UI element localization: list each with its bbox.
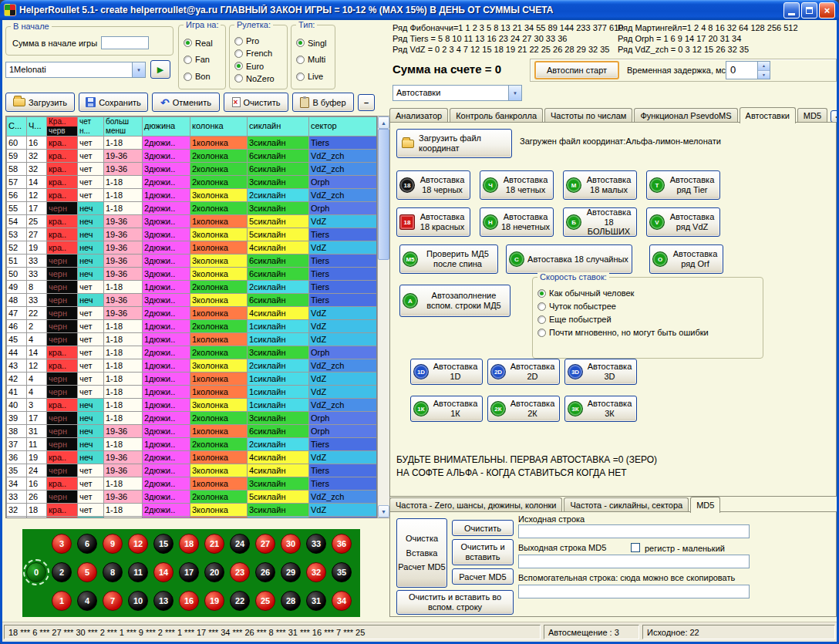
chevron-down-icon[interactable]: ▼ bbox=[132, 62, 145, 77]
roulette-number-8[interactable]: 8 bbox=[103, 562, 123, 582]
table-row[interactable]: 4833черннеч19-363дюжи..3колонка6сиклайнT… bbox=[7, 294, 377, 307]
clear-button[interactable]: Очистить bbox=[224, 93, 288, 112]
roulette-number-27[interactable]: 27 bbox=[255, 534, 275, 554]
tab-item[interactable]: Функционал PsevdoMS bbox=[634, 108, 737, 123]
radio-option[interactable]: Real bbox=[184, 39, 224, 48]
roulette-number-25[interactable]: 25 bbox=[255, 591, 275, 611]
output-string-input[interactable] bbox=[518, 555, 750, 568]
table-scrollbar[interactable]: ▲ ▼ bbox=[377, 116, 390, 518]
radio-option[interactable]: Как обычный человек bbox=[537, 288, 761, 298]
roulette-number-3[interactable]: 3 bbox=[52, 534, 72, 554]
table-row[interactable]: 6016кра..чет1-182дюжи..1колонка3сиклайнT… bbox=[7, 137, 377, 150]
roulette-number-13[interactable]: 13 bbox=[153, 591, 174, 611]
lowercase-checkbox[interactable] bbox=[631, 543, 640, 552]
table-row[interactable]: 4722чернчет19-362дюжи..1колонка4сиклайнV… bbox=[7, 307, 377, 320]
md5-calc-button[interactable]: Расчет MD5 bbox=[452, 568, 514, 585]
roulette-number-33[interactable]: 33 bbox=[306, 534, 326, 554]
autobet-18-low-button[interactable]: МАвтоставка 18 малых bbox=[563, 170, 637, 200]
play-button[interactable]: ▶ bbox=[150, 60, 170, 79]
roulette-number-26[interactable]: 26 bbox=[255, 562, 275, 582]
roulette-number-30[interactable]: 30 bbox=[281, 534, 301, 554]
table-row[interactable]: 5612кра..чет1-181дюжи..3колонка2сиклайнV… bbox=[7, 189, 377, 202]
roulette-number-20[interactable]: 20 bbox=[204, 562, 224, 582]
table-row[interactable]: 5714кра..чет1-182дюжи..2колонка3сиклайнO… bbox=[7, 176, 377, 189]
radio-option[interactable]: Почти мгновенно, но могут быть ошибки bbox=[537, 328, 761, 337]
radio-option[interactable]: Fan bbox=[184, 55, 224, 64]
roulette-number-19[interactable]: 19 bbox=[204, 591, 224, 611]
autobet-18-high-button[interactable]: БАвтоставка 18 БОЛЬШИХ bbox=[563, 207, 637, 237]
table-row[interactable]: 3524чернчет19-362дюжи..3колонка4сиклайнT… bbox=[7, 464, 377, 477]
table-row[interactable]: 5327кра..неч19-363дюжи..3колонка5сиклайн… bbox=[7, 228, 377, 241]
roulette-number-12[interactable]: 12 bbox=[128, 534, 148, 554]
autobet-1k-button[interactable]: 1КАвтоставка 1К bbox=[410, 396, 483, 422]
radio-option[interactable]: Singl bbox=[296, 39, 333, 48]
tab-item[interactable]: MD5 bbox=[797, 108, 827, 123]
roulette-number-14[interactable]: 14 bbox=[153, 562, 174, 582]
autobet-18-random-button[interactable]: САвтоставка 18 случайных bbox=[506, 244, 632, 274]
table-row[interactable]: 3218кра..чет1-182дюжи..3колонка3сиклайнV… bbox=[7, 504, 377, 517]
autobet-3d-button[interactable]: 3DАвтоставка 3D bbox=[564, 359, 637, 385]
profile-combobox[interactable]: 1Melonati ▼ bbox=[5, 62, 146, 78]
save-button[interactable]: Сохранить bbox=[79, 93, 148, 112]
table-row[interactable]: 311кра..неч1-181дюжи..1колонка1сиклайнOr… bbox=[7, 517, 377, 519]
autospin-start-button[interactable]: Автоспин старт bbox=[534, 61, 619, 79]
spinner-down-icon[interactable]: ▼ bbox=[758, 71, 770, 79]
table-row[interactable]: 5033черннеч19-363дюжи..3колонка6сиклайнT… bbox=[7, 268, 377, 281]
scrollbar-thumb[interactable] bbox=[378, 129, 389, 260]
table-row[interactable]: 462чернчет1-181дюжи..2колонка1сиклайнVdZ bbox=[7, 320, 377, 333]
delay-spinner[interactable]: 0 ▲ ▼ bbox=[726, 61, 770, 79]
tab-item[interactable]: Частота - Zero, шансы, дюжины, колонки bbox=[389, 497, 562, 512]
radio-option[interactable]: Еще побыстрей bbox=[537, 315, 761, 324]
table-row[interactable]: 498чернчет1-181дюжи..2колонка2сиклайнTie… bbox=[7, 281, 377, 294]
tab-item[interactable]: Частоты по числам bbox=[544, 108, 632, 123]
roulette-number-10[interactable]: 10 bbox=[128, 591, 148, 611]
table-row[interactable]: 5832кра..чет19-363дюжи..2колонка6сиклайн… bbox=[7, 163, 377, 176]
autobet-combobox[interactable]: Автоставки ▼ bbox=[393, 85, 522, 101]
minimize-button[interactable] bbox=[783, 2, 800, 19]
table-row[interactable]: 454чернчет1-181дюжи..1колонка1сиклайнVdZ bbox=[7, 333, 377, 346]
table-row[interactable]: 3416кра..чет1-182дюжи..1колонка3сиклайнT… bbox=[7, 477, 377, 491]
table-row[interactable]: 3711черннеч1-181дюжи..2колонка2сиклайнTi… bbox=[7, 438, 377, 451]
scroll-up-icon[interactable]: ▲ bbox=[378, 116, 389, 129]
radio-option[interactable]: Bon bbox=[184, 72, 224, 81]
roulette-number-24[interactable]: 24 bbox=[230, 534, 250, 554]
autobet-row-orf-button[interactable]: ОАвтоставка ряд Orf bbox=[649, 244, 723, 274]
load-coordinates-button[interactable]: Загрузить файл координат bbox=[396, 129, 512, 158]
roulette-number-23[interactable]: 23 bbox=[230, 562, 250, 582]
roulette-number-4[interactable]: 4 bbox=[77, 591, 97, 611]
roulette-number-35[interactable]: 35 bbox=[332, 562, 352, 582]
chevron-down-icon[interactable]: ▼ bbox=[508, 86, 521, 100]
roulette-number-36[interactable]: 36 bbox=[332, 534, 352, 554]
spinner-up-icon[interactable]: ▲ bbox=[758, 62, 770, 71]
roulette-number-31[interactable]: 31 bbox=[306, 591, 326, 611]
roulette-number-22[interactable]: 22 bbox=[230, 591, 250, 611]
table-row[interactable]: 5133черннеч19-363дюжи..3колонка6сиклайнT… bbox=[7, 255, 377, 268]
close-button[interactable]: × bbox=[819, 2, 835, 19]
titlebar[interactable]: HelperRoullet 5.1- create helperroullet@… bbox=[0, 0, 839, 20]
radio-option[interactable]: Multi bbox=[296, 55, 333, 64]
roulette-number-5[interactable]: 5 bbox=[77, 562, 97, 582]
table-row[interactable]: 5425кра..неч19-363дюжи..1колонка5сиклайн… bbox=[7, 215, 377, 228]
autobet-2k-button[interactable]: 2КАвтоставка 2К bbox=[487, 396, 560, 422]
md5-clear-button[interactable]: Очистить bbox=[452, 520, 514, 536]
radio-option[interactable]: Pro bbox=[234, 36, 285, 46]
helper-string-input[interactable] bbox=[518, 585, 750, 598]
roulette-number-1[interactable]: 1 bbox=[52, 591, 72, 611]
tab-item[interactable]: MD5 bbox=[690, 497, 720, 513]
maximize-button[interactable] bbox=[801, 2, 817, 19]
autobet-row-tier-button[interactable]: ТАвтоставка ряд Tier bbox=[646, 170, 720, 200]
radio-option[interactable]: French bbox=[234, 49, 285, 58]
clear-paste-calc-md5-button[interactable]: Очистка Вставка Расчет MD5 bbox=[396, 518, 447, 588]
clipboard-button[interactable]: В буфер bbox=[292, 93, 354, 112]
start-sum-input[interactable] bbox=[101, 36, 149, 49]
table-row[interactable]: 403кра..неч1-181дюжи..3колонка1сиклайнVd… bbox=[7, 399, 377, 412]
table-row[interactable]: 3831черннеч19-363дюжи..1колонка6сиклайнO… bbox=[7, 425, 377, 438]
roulette-number-9[interactable]: 9 bbox=[103, 534, 123, 554]
autobet-18-even-button[interactable]: ЧАвтоставка 18 четных bbox=[480, 170, 554, 200]
autobet-1d-button[interactable]: 1DАвтоставка 1D bbox=[410, 359, 483, 385]
roulette-number-32[interactable]: 32 bbox=[306, 562, 326, 582]
table-row[interactable]: 3619кра..неч19-362дюжи..1колонка4сиклайн… bbox=[7, 451, 377, 464]
undo-button[interactable]: ↶Отменить bbox=[152, 93, 220, 112]
roulette-number-6[interactable]: 6 bbox=[77, 534, 97, 554]
autobet-2d-button[interactable]: 2DАвтоставка 2D bbox=[487, 359, 560, 385]
